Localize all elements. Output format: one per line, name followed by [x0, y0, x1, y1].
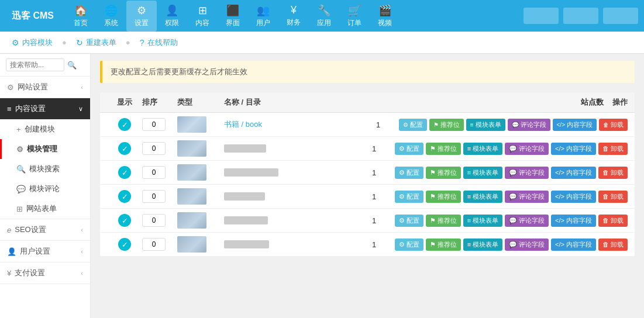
sidebar-section-seo-header[interactable]: e SEO设置 ‹	[0, 219, 90, 240]
nav-finance-label: 财务	[287, 18, 301, 27]
content-button[interactable]: </> 内容字段	[551, 238, 596, 251]
subnav-rebuild-form[interactable]: ↻ 重建表单	[76, 37, 116, 48]
content-button[interactable]: </> 内容字段	[551, 191, 596, 203]
row6-sort	[142, 238, 177, 251]
module-list-button[interactable]: ≡ 模块表单	[463, 215, 502, 227]
recommend-button[interactable]: ⚑ 推荐位	[429, 119, 464, 131]
comment-button[interactable]: 💬 评论字段	[505, 215, 549, 227]
home-icon: 🏠	[74, 4, 87, 17]
nav-apps[interactable]: 🔧 应用	[309, 1, 339, 32]
row3-type	[177, 164, 224, 181]
content-button[interactable]: </> 内容字段	[551, 167, 596, 179]
unload-button[interactable]: 🗑 卸载	[598, 143, 628, 155]
nav-interface[interactable]: ⬛ 界面	[218, 1, 248, 32]
sidebar-item-module-manage[interactable]: ⚙ 模块管理	[0, 139, 90, 159]
row2-actions: ⚙ 配置 ⚑ 推荐位 ≡ 模块表单 💬 评论字段 </> 内容字段 🗑 卸载	[395, 143, 628, 155]
list-icon: ≡	[467, 193, 471, 200]
unload-button[interactable]: 🗑 卸载	[598, 215, 628, 227]
nav-users[interactable]: 👥 用户	[248, 1, 278, 32]
module-search-icon: 🔍	[16, 165, 26, 174]
recommend-button[interactable]: ⚑ 推荐位	[426, 143, 461, 155]
sort-input[interactable]	[142, 142, 166, 155]
unload-button[interactable]: 🗑 卸载	[599, 119, 628, 131]
comment-button[interactable]: 💬 评论字段	[505, 167, 549, 179]
content-button[interactable]: </> 内容字段	[553, 119, 597, 131]
content-module-icon: ⚙	[12, 38, 19, 47]
config-button[interactable]: ⚙ 配置	[395, 143, 423, 155]
gear-icon: ⚙	[399, 193, 405, 201]
module-comment-label: 模块评论	[29, 184, 60, 194]
code-icon: </>	[555, 169, 564, 176]
nav-extra-3	[603, 8, 638, 24]
sidebar-item-module-comment[interactable]: 💬 模块评论	[0, 179, 90, 199]
nav-finance[interactable]: ¥ 财务	[278, 1, 309, 31]
sort-input[interactable]	[142, 166, 166, 179]
nav-system[interactable]: 🌐 系统	[96, 1, 126, 32]
pay-chevron: ‹	[81, 269, 83, 276]
unload-button[interactable]: 🗑 卸载	[598, 167, 628, 179]
seo-label: SEO设置	[15, 224, 46, 235]
subnav-content-module[interactable]: ⚙ 内容模块	[12, 37, 53, 48]
sort-input[interactable]	[142, 118, 166, 131]
sidebar-item-create-module[interactable]: + 创建模块	[0, 119, 90, 139]
recommend-button[interactable]: ⚑ 推荐位	[426, 215, 461, 227]
sidebar-section-pay-header[interactable]: ¥ 支付设置 ‹	[0, 262, 90, 284]
rebuild-icon: ↻	[76, 38, 83, 47]
nav-settings[interactable]: ⚙ 设置	[126, 1, 157, 32]
subnav-help[interactable]: ? 在线帮助	[140, 37, 178, 48]
flag-icon: ⚑	[430, 241, 436, 248]
search-icon[interactable]: 🔍	[67, 61, 77, 70]
config-button[interactable]: ⚙ 配置	[395, 191, 423, 203]
recommend-button[interactable]: ⚑ 推荐位	[426, 238, 461, 251]
module-list-button[interactable]: ≡ 模块表单	[463, 143, 502, 155]
comment-icon: 💬	[509, 217, 517, 224]
site-settings-chevron: ‹	[81, 84, 83, 91]
sidebar-item-module-search[interactable]: 🔍 模块搜索	[0, 159, 90, 179]
users-icon: 👥	[257, 4, 270, 17]
config-button[interactable]: ⚙ 配置	[395, 238, 423, 251]
content-button[interactable]: </> 内容字段	[551, 215, 596, 227]
sort-input[interactable]	[142, 190, 166, 203]
sidebar-item-site-form[interactable]: ⊞ 网站表单	[0, 199, 90, 219]
module-list-button[interactable]: ≡ 模块表单	[463, 238, 502, 251]
nav-permissions[interactable]: 👤 权限	[157, 1, 187, 32]
list-icon: ≡	[467, 145, 471, 152]
row3-show: ✓	[107, 166, 142, 179]
nav-orders[interactable]: 🛒 订单	[339, 1, 370, 32]
nav-video[interactable]: 🎬 视频	[370, 1, 400, 32]
sort-input[interactable]	[142, 238, 166, 251]
sidebar-section-content-settings-header[interactable]: ≡ 内容设置 ∨	[0, 98, 90, 119]
recommend-button[interactable]: ⚑ 推荐位	[426, 191, 461, 203]
config-button[interactable]: ⚙ 配置	[395, 215, 423, 227]
module-link[interactable]: 书籍 / book	[224, 119, 262, 130]
sidebar-section-user-header[interactable]: 👤 用户设置 ‹	[0, 241, 90, 262]
unload-button[interactable]: 🗑 卸载	[598, 238, 628, 251]
row5-type	[177, 212, 224, 229]
recommend-button[interactable]: ⚑ 推荐位	[426, 167, 461, 179]
module-search-label: 模块搜索	[29, 164, 60, 174]
nav-home[interactable]: 🏠 首页	[66, 1, 96, 32]
interface-icon: ⬛	[226, 4, 239, 17]
sidebar-section-site-settings-header[interactable]: ⚙ 网站设置 ‹	[0, 77, 90, 98]
sort-input[interactable]	[142, 214, 166, 227]
site-settings-label: 网站设置	[18, 82, 48, 92]
unload-button[interactable]: 🗑 卸载	[598, 191, 628, 203]
module-list-button[interactable]: ≡ 模块表单	[463, 167, 502, 179]
module-list-button[interactable]: ≡ 模块表单	[466, 119, 505, 131]
row1-count: 1	[358, 120, 399, 129]
comment-button[interactable]: 💬 评论字段	[505, 191, 549, 203]
search-input[interactable]	[6, 58, 64, 71]
module-list-button[interactable]: ≡ 模块表单	[463, 191, 502, 203]
config-button[interactable]: ⚙ 配置	[395, 167, 423, 179]
unload-icon: 🗑	[602, 217, 609, 224]
comment-button[interactable]: 💬 评论字段	[508, 119, 550, 131]
comment-button[interactable]: 💬 评论字段	[505, 238, 549, 251]
comment-button[interactable]: 💬 评论字段	[505, 143, 549, 155]
content-button[interactable]: </> 内容字段	[551, 143, 596, 155]
unload-icon: 🗑	[602, 145, 609, 152]
layout: 🔍 ⚙ 网站设置 ‹ ≡ 内容设置 ∨ + 创建	[0, 54, 644, 318]
check-circle-icon: ✓	[118, 166, 131, 179]
config-button[interactable]: ⚙ 配置	[399, 119, 427, 131]
nav-content[interactable]: ⊞ 内容	[187, 1, 218, 32]
code-icon: </>	[555, 217, 564, 224]
